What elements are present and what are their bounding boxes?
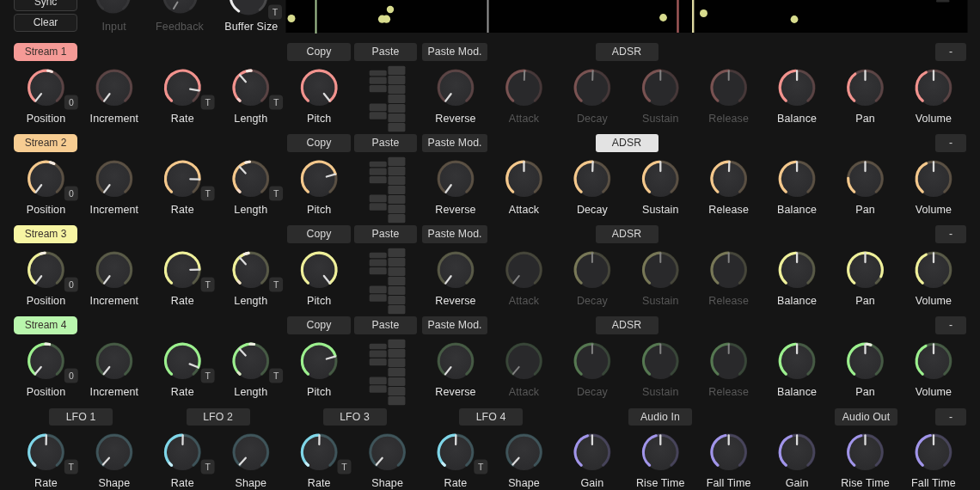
svg-text:T: T [205, 279, 211, 290]
svg-text:T: T [273, 97, 279, 107]
svg-text:T: T [341, 462, 347, 472]
svg-text:T: T [205, 371, 211, 381]
svg-text:T: T [273, 279, 279, 290]
svg-text:T: T [205, 188, 211, 199]
svg-text:0: 0 [69, 371, 74, 381]
svg-text:T: T [273, 371, 279, 381]
svg-text:T: T [273, 188, 279, 199]
svg-text:T: T [205, 97, 211, 107]
svg-text:0: 0 [69, 188, 74, 199]
svg-text:0: 0 [69, 97, 74, 107]
svg-text:T: T [205, 462, 211, 472]
svg-text:T: T [69, 462, 75, 472]
svg-text:T: T [273, 7, 279, 17]
svg-text:0: 0 [69, 279, 74, 290]
svg-text:T: T [478, 462, 484, 472]
